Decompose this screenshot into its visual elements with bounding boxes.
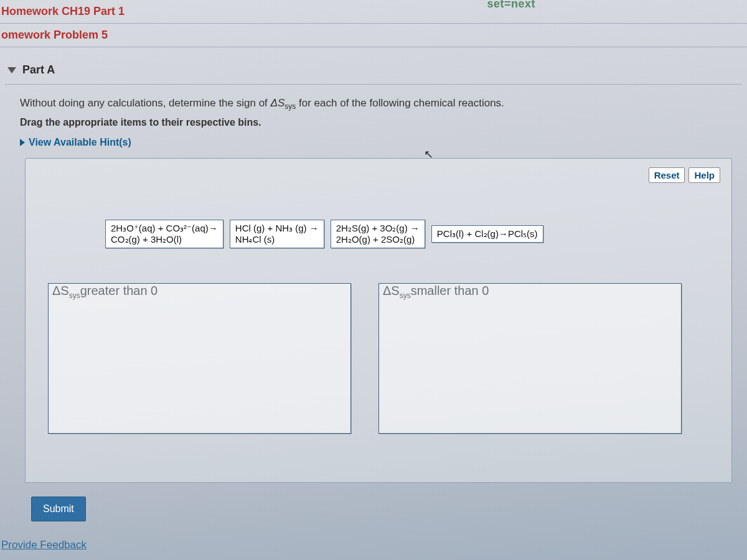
cursor-icon: ↖ bbox=[424, 147, 433, 161]
bin-greater-than-zero[interactable]: ΔSsysgreater than 0 bbox=[48, 283, 351, 434]
view-hints-toggle[interactable]: View Available Hint(s) bbox=[5, 134, 742, 154]
reset-button[interactable]: Reset bbox=[649, 167, 685, 183]
bin-smaller-than-zero[interactable]: ΔSsyssmaller than 0 bbox=[378, 283, 682, 434]
reaction-tile-2[interactable]: HCl (g) + NH₃ (g) → NH₄Cl (s) bbox=[230, 220, 324, 248]
breadcrumb-problem[interactable]: omework Problem 5 bbox=[0, 24, 747, 43]
chevron-right-icon bbox=[20, 139, 25, 146]
question-text: Without doing any calculations, determin… bbox=[5, 92, 742, 113]
reaction-tile-3[interactable]: 2H₂S(g) + 3O₂(g) → 2H₂O(g) + 2SO₂(g) bbox=[331, 220, 425, 248]
breadcrumb-assignment[interactable]: Homework CH19 Part 1 bbox=[0, 0, 747, 19]
drag-sort-area: ↖ Reset Help 2H₃O⁺(aq) + CO₃²⁻(aq)→ CO₂(… bbox=[25, 158, 732, 483]
bin-label: ΔSsyssmaller than 0 bbox=[380, 282, 491, 301]
bin-label: ΔSsysgreater than 0 bbox=[50, 282, 160, 301]
reaction-tile-4[interactable]: PCl₃(l) + Cl₂(g)→PCl₅(s) bbox=[431, 225, 543, 243]
divider bbox=[0, 47, 747, 47]
chevron-down-icon bbox=[7, 67, 16, 73]
reaction-tile-1[interactable]: 2H₃O⁺(aq) + CO₃²⁻(aq)→ CO₂(g) + 3H₂O(l) bbox=[105, 220, 223, 248]
help-button[interactable]: Help bbox=[688, 167, 720, 183]
divider bbox=[5, 84, 742, 85]
question-instructions: Drag the appropriate items to their resp… bbox=[5, 113, 742, 134]
section-title: Part A bbox=[22, 63, 55, 77]
url-fragment: set=next bbox=[487, 0, 535, 11]
draggable-tiles: 2H₃O⁺(aq) + CO₃²⁻(aq)→ CO₂(g) + 3H₂O(l) … bbox=[105, 220, 543, 248]
submit-button[interactable]: Submit bbox=[31, 497, 86, 521]
section-header[interactable]: Part A bbox=[5, 52, 742, 84]
provide-feedback-link[interactable]: Provide Feedback bbox=[1, 539, 87, 551]
